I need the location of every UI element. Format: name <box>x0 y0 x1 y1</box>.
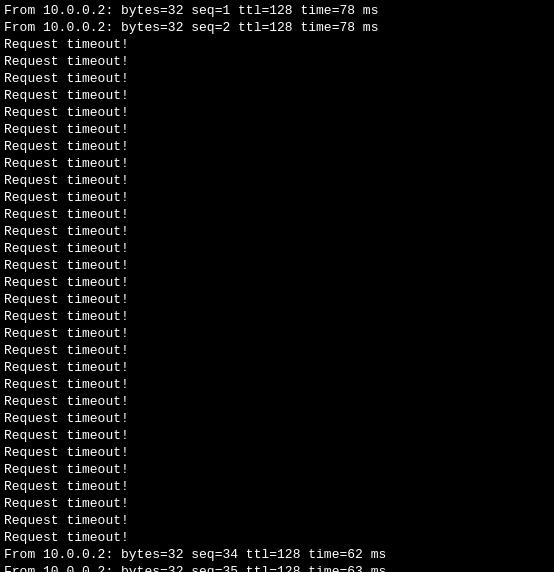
terminal-line: From 10.0.0.2: bytes=32 seq=2 ttl=128 ti… <box>4 19 550 36</box>
terminal-line: Request timeout! <box>4 427 550 444</box>
terminal-line: Request timeout! <box>4 223 550 240</box>
terminal-line: Request timeout! <box>4 308 550 325</box>
terminal-line: Request timeout! <box>4 376 550 393</box>
terminal-line: Request timeout! <box>4 53 550 70</box>
terminal-line: Request timeout! <box>4 444 550 461</box>
terminal-line: Request timeout! <box>4 155 550 172</box>
terminal-line: Request timeout! <box>4 189 550 206</box>
terminal-line: Request timeout! <box>4 138 550 155</box>
terminal-line: Request timeout! <box>4 478 550 495</box>
terminal-line: Request timeout! <box>4 104 550 121</box>
terminal-line: Request timeout! <box>4 410 550 427</box>
terminal-line: Request timeout! <box>4 36 550 53</box>
terminal-line: Request timeout! <box>4 240 550 257</box>
terminal-line: Request timeout! <box>4 70 550 87</box>
terminal-line: Request timeout! <box>4 359 550 376</box>
terminal-line: Request timeout! <box>4 172 550 189</box>
terminal-line: Request timeout! <box>4 495 550 512</box>
terminal-line: Request timeout! <box>4 342 550 359</box>
terminal-line: Request timeout! <box>4 512 550 529</box>
terminal-line: From 10.0.0.2: bytes=32 seq=1 ttl=128 ti… <box>4 2 550 19</box>
terminal-line: Request timeout! <box>4 206 550 223</box>
terminal-line: Request timeout! <box>4 87 550 104</box>
terminal-line: Request timeout! <box>4 274 550 291</box>
terminal-line: Request timeout! <box>4 393 550 410</box>
terminal-line: Request timeout! <box>4 291 550 308</box>
terminal-line: From 10.0.0.2: bytes=32 seq=34 ttl=128 t… <box>4 546 550 563</box>
terminal-line: Request timeout! <box>4 529 550 546</box>
terminal-line: From 10.0.0.2: bytes=32 seq=35 ttl=128 t… <box>4 563 550 572</box>
terminal-output: From 10.0.0.2: bytes=32 seq=1 ttl=128 ti… <box>0 0 554 572</box>
terminal-line: Request timeout! <box>4 325 550 342</box>
terminal-line: Request timeout! <box>4 461 550 478</box>
terminal-line: Request timeout! <box>4 257 550 274</box>
terminal-line: Request timeout! <box>4 121 550 138</box>
